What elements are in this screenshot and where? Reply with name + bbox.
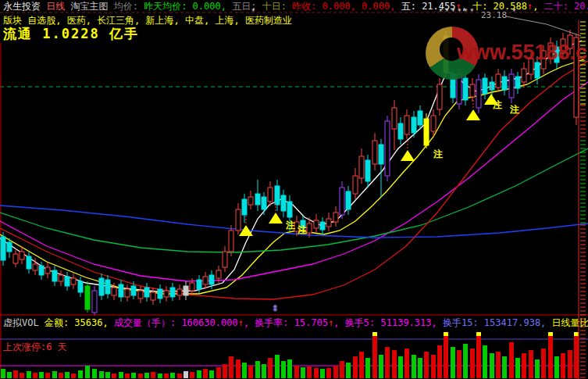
volume-bar xyxy=(451,347,455,378)
volume-bar xyxy=(365,358,370,378)
candle-body-ph xyxy=(340,188,344,215)
candle-body-rh xyxy=(229,231,233,252)
volume-bar xyxy=(412,355,416,378)
volume-bar-clip-tip xyxy=(444,332,448,336)
candle-body-rh xyxy=(404,116,409,134)
volume-bar xyxy=(548,332,553,378)
candle-body-cy xyxy=(65,277,69,286)
ma-line-magenta-ma20 xyxy=(0,82,588,281)
candle-body-cy xyxy=(255,194,260,205)
price-high-label: 23.18 xyxy=(481,10,507,20)
candle-body-rh xyxy=(112,288,116,295)
volume-bar xyxy=(197,370,201,378)
volume-bar xyxy=(574,332,579,378)
event-asterisk-icon: ✳ xyxy=(439,6,443,13)
volume-bar xyxy=(78,370,83,378)
candle-body-rh xyxy=(33,264,37,270)
candle-body-rh xyxy=(268,188,273,202)
candle-body-rh xyxy=(236,209,241,231)
candle-body-cy xyxy=(418,111,422,125)
candle-body-rh xyxy=(203,277,208,284)
volume-bar xyxy=(184,371,188,378)
zhu-annotation-label: 注 xyxy=(298,223,307,237)
volume-bar xyxy=(568,350,572,378)
stock-chart-window: www.55188.com 永生投资 日线 淘宝主图 均价: 昨天均价: 0.0… xyxy=(0,0,588,379)
volume-bar xyxy=(463,344,468,378)
sector-line-text: 版块 自选股, 医药, 长江三角, 新上海, 中盘, 上海, 医药制造业 xyxy=(3,15,292,26)
candle-body-rh xyxy=(353,176,358,194)
volume-bar xyxy=(177,374,182,378)
volume-bar xyxy=(164,374,169,378)
volume-bar xyxy=(229,356,233,378)
volume-info-line: 虚拟VOL 金额: 35636, 成交量（手）: 160630.000↑, 换手… xyxy=(3,317,588,328)
volume-bar xyxy=(372,332,377,378)
candle-body-rh xyxy=(20,252,24,259)
candle-body-rh xyxy=(470,84,475,97)
volume-bar xyxy=(294,366,299,378)
volume-bar xyxy=(125,374,130,378)
volume-bar xyxy=(326,368,331,378)
resize-cursor-icon[interactable]: ↕ xyxy=(272,301,278,313)
header-segment: 淘宝主图 xyxy=(70,1,113,12)
candle-body-cy xyxy=(262,197,266,209)
ma-line-yellow-ma10 xyxy=(0,59,584,294)
volume-bar xyxy=(27,371,31,378)
candle-body-cy xyxy=(275,186,280,205)
volume-bar xyxy=(92,369,97,378)
volume-bar xyxy=(112,374,116,378)
candle-body-rh xyxy=(333,213,338,222)
candle-body-cy xyxy=(105,280,110,294)
candle-body-rh xyxy=(437,84,442,109)
candle-body-cy xyxy=(320,222,325,230)
volume-bar xyxy=(138,374,143,378)
volume-bar xyxy=(262,364,266,378)
volume-bar xyxy=(236,359,241,378)
vol-info-segment: 虚拟VOL xyxy=(3,317,45,328)
event-asterisk-icon: ✳ xyxy=(251,6,255,13)
volume-bar xyxy=(281,361,286,378)
event-asterisk-icon: ✳ xyxy=(458,6,461,13)
candle-body-rh xyxy=(164,291,169,297)
volume-bar xyxy=(307,366,312,378)
volume-bar xyxy=(496,352,501,378)
vol-info-segment: 换手15: 153417.938, xyxy=(443,317,552,328)
buy-triangle-icon xyxy=(269,213,283,223)
volume-bar xyxy=(418,358,422,378)
candle-body-cy xyxy=(281,195,286,211)
candle-body-cy xyxy=(99,278,104,295)
volume-bar xyxy=(216,367,221,378)
ma-line-red-trend-ma xyxy=(0,61,588,299)
candle-body-cy xyxy=(119,284,123,297)
candle-body-rh xyxy=(125,289,130,297)
volume-bar xyxy=(346,363,351,378)
candle-body-cy xyxy=(7,242,12,252)
candle-body-rh xyxy=(326,219,331,227)
volume-bar-clip-tip xyxy=(548,332,553,336)
volume-bar xyxy=(509,342,514,378)
header-segment: 昨收: 0.000, 0.000, xyxy=(292,1,401,12)
zhu-annotation-label: 注 xyxy=(493,98,502,112)
header-segment: , xyxy=(533,1,543,12)
volume-bar xyxy=(248,366,253,378)
volume-bar xyxy=(385,347,390,378)
sector-line: 版块 自选股, 医药, 长江三角, 新上海, 中盘, 上海, 医药制造业 xyxy=(3,15,292,26)
header-segment: 昨天均价: 0.000, xyxy=(144,1,232,12)
volume-bar xyxy=(242,363,247,378)
volume-bar xyxy=(209,370,214,378)
candle-body-rh xyxy=(138,291,143,299)
volume-bar xyxy=(431,355,436,378)
volume-bar xyxy=(151,372,155,378)
volume-bar xyxy=(105,372,110,378)
candle-body-cy xyxy=(52,270,57,281)
volume-bar xyxy=(158,374,162,378)
candle-body-rh xyxy=(151,292,155,300)
candle-body-rh xyxy=(71,278,76,284)
volume-bar-clip-tip xyxy=(372,332,377,336)
volume-bar xyxy=(353,356,358,378)
candle-body-rh xyxy=(307,223,312,233)
volume-bar xyxy=(398,356,403,378)
volume-bar xyxy=(554,356,559,378)
volume-bar xyxy=(502,356,507,378)
candle-body-yl xyxy=(424,119,429,145)
volume-bar xyxy=(144,373,149,378)
